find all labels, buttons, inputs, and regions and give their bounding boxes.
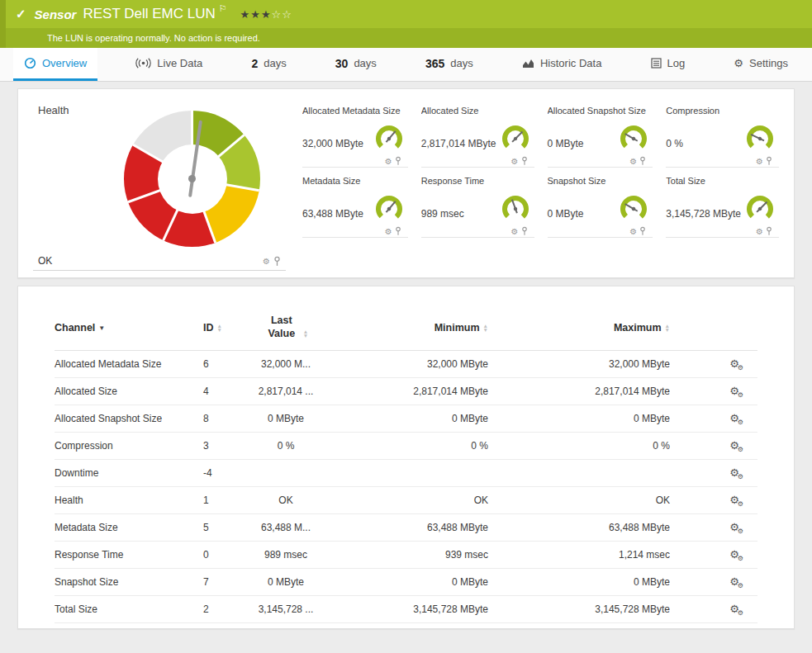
gauge-needle xyxy=(385,200,397,213)
gauge-dial xyxy=(370,122,408,155)
channel-id: -4 xyxy=(203,460,240,487)
channel-minimum: 32,000 MByte xyxy=(331,351,488,378)
channel-row[interactable]: Metadata Size 5 63,488 M... 63,488 MByte… xyxy=(55,514,757,542)
flag-icon[interactable]: ⚐ xyxy=(219,3,227,14)
tab-bar: Overview Live Data 2 days 30 days 365 da… xyxy=(0,48,812,82)
pin-icon[interactable] xyxy=(639,156,646,166)
channel-minimum: 0 MByte xyxy=(331,569,488,596)
gauge-needle xyxy=(750,133,765,142)
pin-icon[interactable] xyxy=(395,226,401,236)
channel-name[interactable]: Total Size xyxy=(55,596,203,623)
sensor-status-message: The LUN is operating normally. No action… xyxy=(6,28,812,48)
channel-name[interactable]: Downtime xyxy=(55,460,203,487)
channel-row[interactable]: Compression 3 0 % 0 % 0 % ⚙⚙ xyxy=(55,433,757,460)
channel-row[interactable]: Health 1 OK OK OK ⚙⚙ xyxy=(55,487,757,514)
channel-id: 1 xyxy=(203,487,240,514)
log-list-icon xyxy=(651,58,662,69)
channel-row[interactable]: Downtime -4 ⚙⚙ xyxy=(55,460,757,487)
tab-live-data[interactable]: Live Data xyxy=(125,48,213,81)
gear-icon[interactable]: ⚙ xyxy=(756,157,763,166)
channel-row[interactable]: Snapshot Size 7 0 MByte 0 MByte 0 MByte … xyxy=(55,569,757,596)
gear-icon[interactable]: ⚙ xyxy=(385,227,392,236)
pin-icon[interactable] xyxy=(273,256,281,267)
channel-name[interactable]: Compression xyxy=(55,433,203,460)
health-gauge xyxy=(124,111,260,247)
channel-name[interactable]: Snapshot Size xyxy=(55,569,203,596)
channel-row[interactable]: Total Size 2 3,145,728 ... 3,145,728 MBy… xyxy=(55,596,757,623)
stars-empty-icon[interactable]: ☆☆ xyxy=(272,8,292,21)
stars-filled-icon[interactable]: ★★★ xyxy=(240,8,272,21)
channel-settings-icon[interactable]: ⚙⚙ xyxy=(729,603,739,614)
gauge-title: Total Size xyxy=(666,173,779,192)
channel-settings-icon[interactable]: ⚙⚙ xyxy=(729,494,739,505)
channel-row[interactable]: Allocated Snapshot Size 8 0 MByte 0 MByt… xyxy=(55,405,757,433)
gear-icon[interactable]: ⚙ xyxy=(511,227,519,236)
channel-name[interactable]: Metadata Size xyxy=(55,514,203,542)
tab-log[interactable]: Log xyxy=(640,48,696,81)
gauge-dial xyxy=(496,192,534,225)
tab-settings-label: Settings xyxy=(749,57,788,69)
priority-stars[interactable]: ★★★☆☆ xyxy=(240,8,292,21)
main-content: Health OK ⚙ Allocated Metadata xyxy=(0,82,812,629)
channel-row[interactable]: Allocated Metadata Size 6 32,000 M... 32… xyxy=(55,351,757,378)
tab-settings[interactable]: ⚙ Settings xyxy=(723,48,799,81)
channel-id: 2 xyxy=(203,596,240,623)
tab-live-data-label: Live Data xyxy=(157,57,202,69)
channel-last-value xyxy=(240,460,331,487)
header-minimum[interactable]: Minimum▲▼ xyxy=(331,308,488,351)
channel-gauge-cell: Allocated Size 2,817,014 MByte ⚙ xyxy=(421,102,534,168)
channel-settings-icon[interactable]: ⚙⚙ xyxy=(729,576,739,587)
channel-last-value: 0 MByte xyxy=(240,405,331,433)
channel-name[interactable]: Allocated Snapshot Size xyxy=(55,405,203,433)
channel-gauge-cell: Snapshot Size 0 MByte ⚙ xyxy=(548,173,653,238)
gear-icon[interactable]: ⚙ xyxy=(263,257,270,266)
channel-row[interactable]: Response Time 0 989 msec 939 msec 1,214 … xyxy=(55,542,757,569)
channel-name[interactable]: Allocated Metadata Size xyxy=(55,351,203,378)
gauge-needle xyxy=(385,130,397,143)
tab-historic-data[interactable]: Historic Data xyxy=(511,48,612,81)
channel-row[interactable]: Allocated Size 4 2,817,014 ... 2,817,014… xyxy=(55,378,757,405)
pin-icon[interactable] xyxy=(521,226,528,236)
header-maximum[interactable]: Maximum▲▼ xyxy=(488,308,670,351)
channel-name[interactable]: Allocated Size xyxy=(55,378,203,405)
gauge-title: Allocated Size xyxy=(421,102,534,122)
channel-settings-icon[interactable]: ⚙⚙ xyxy=(729,549,739,560)
channel-settings-icon[interactable]: ⚙⚙ xyxy=(729,413,739,424)
header-id[interactable]: ID▲▼ xyxy=(203,308,240,351)
gear-icon[interactable]: ⚙ xyxy=(629,157,637,166)
tab-30-days[interactable]: 30 days xyxy=(325,48,387,81)
gear-icon[interactable]: ⚙ xyxy=(756,227,763,236)
tab-2-days[interactable]: 2 days xyxy=(240,48,297,81)
pin-icon[interactable] xyxy=(639,226,646,236)
gear-icon[interactable]: ⚙ xyxy=(629,227,637,236)
channel-settings-icon[interactable]: ⚙⚙ xyxy=(729,522,739,532)
sensor-title-bar: ✓ Sensor REST Dell EMC LUN ⚐ ★★★☆☆ xyxy=(6,0,812,28)
channel-settings-icon[interactable]: ⚙⚙ xyxy=(729,386,739,396)
gauge-dial xyxy=(741,122,779,155)
header-channel[interactable]: Channel▼ xyxy=(55,308,203,351)
tab-365-days[interactable]: 365 days xyxy=(415,48,484,81)
gauge-value: 0 MByte xyxy=(548,208,584,225)
pin-icon[interactable] xyxy=(766,156,772,166)
gear-icon[interactable]: ⚙ xyxy=(511,157,519,166)
tab-overview[interactable]: Overview xyxy=(13,48,97,81)
pin-icon[interactable] xyxy=(521,156,528,166)
channel-settings-icon[interactable]: ⚙⚙ xyxy=(729,467,739,478)
pin-icon[interactable] xyxy=(395,156,401,166)
sensor-page: ✓ Sensor REST Dell EMC LUN ⚐ ★★★☆☆ The L… xyxy=(0,0,812,653)
channel-settings-icon[interactable]: ⚙⚙ xyxy=(729,440,739,451)
header-last-value[interactable]: Last Value▲▼ xyxy=(240,308,331,351)
channel-last-value: 2,817,014 ... xyxy=(240,378,331,405)
status-check-icon: ✓ xyxy=(16,7,26,21)
pin-icon[interactable] xyxy=(766,226,772,236)
channel-last-value: 0 % xyxy=(240,433,331,460)
gear-icon[interactable]: ⚙ xyxy=(385,157,392,166)
channel-name[interactable]: Health xyxy=(55,487,203,514)
channel-gauge-cell: Metadata Size 63,488 MByte ⚙ xyxy=(302,173,408,238)
gauge-needle xyxy=(510,130,523,143)
tab-365-days-number: 365 xyxy=(425,57,444,70)
channel-maximum: 0 % xyxy=(488,433,670,460)
channel-minimum: 3,145,728 MByte xyxy=(331,596,488,623)
channel-name[interactable]: Response Time xyxy=(55,542,203,569)
channel-settings-icon[interactable]: ⚙⚙ xyxy=(729,358,739,369)
